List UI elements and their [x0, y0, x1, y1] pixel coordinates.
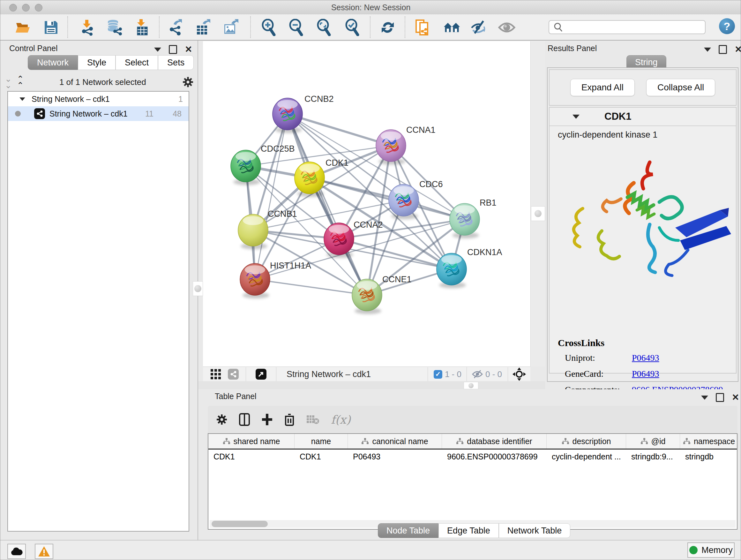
collapse-panel-icon[interactable] [701, 395, 708, 400]
crosslink-link[interactable]: P06493 [632, 353, 659, 363]
table-settings-gear-icon[interactable] [216, 414, 227, 425]
horizontal-splitter-handle[interactable] [464, 382, 478, 389]
node-CCNE1[interactable] [352, 279, 382, 314]
float-panel-icon[interactable] [169, 45, 177, 54]
column-header-namespace[interactable]: namespace [680, 434, 738, 449]
clone-network-button[interactable] [414, 19, 431, 36]
grid-view-icon[interactable] [210, 368, 221, 380]
update-data-button[interactable] [379, 19, 396, 36]
import-network-button[interactable] [78, 19, 96, 36]
node-CCNA1[interactable] [376, 130, 406, 165]
zoom-fit-button[interactable] [315, 19, 333, 36]
network-view-type-icon[interactable] [228, 369, 239, 380]
import-table-button[interactable] [134, 19, 151, 36]
first-neighbors-button[interactable] [443, 19, 461, 36]
network-canvas[interactable]: CCNB2CCNA1CDC25BCDK1CDC6RB1CCNB1CCNA2CDK… [203, 41, 530, 367]
zoom-out-button[interactable] [287, 19, 305, 36]
column-header-databaseidentifier[interactable]: database identifier [442, 434, 547, 449]
tab-select[interactable]: Select [116, 55, 158, 70]
import-network-from-database-button[interactable] [106, 19, 123, 36]
hide-selected-button[interactable] [470, 19, 488, 36]
float-panel-icon[interactable] [716, 393, 724, 402]
cell-id[interactable]: stringdb:9... [626, 449, 680, 463]
network-selection-status-row: ⌄⌄ ⌃⌃ 1 of 1 Network selected [5, 74, 194, 90]
zoom-in-button[interactable] [260, 19, 277, 36]
cell-description[interactable]: cyclin-dependent ... [547, 449, 626, 463]
close-panel-icon[interactable]: ✕ [735, 46, 741, 53]
warning-status-button[interactable] [35, 544, 53, 559]
node-CCNB1[interactable] [238, 214, 268, 249]
left-splitter-handle[interactable] [193, 281, 203, 296]
node-CDKN1A[interactable] [436, 253, 467, 288]
collapse-all-networks-icon[interactable]: ⌄⌄ [5, 76, 11, 88]
crosslink-link[interactable]: P06493 [632, 369, 659, 379]
node-CCNA2[interactable] [324, 223, 354, 258]
right-splitter-handle[interactable] [531, 206, 545, 221]
selected-checkbox-icon: ✓ [434, 370, 442, 379]
tab-sets[interactable]: Sets [158, 55, 194, 70]
birdseye-view-icon[interactable] [513, 368, 526, 381]
tab-edge-table[interactable]: Edge Table [439, 523, 499, 538]
gene-expander-icon[interactable] [572, 115, 580, 119]
cell-name[interactable]: CDK1 [294, 449, 348, 463]
node-label-CCNA2: CCNA2 [354, 220, 383, 230]
help-button[interactable]: ? [719, 18, 735, 34]
cloud-status-button[interactable] [7, 544, 26, 559]
tab-network-table[interactable]: Network Table [499, 523, 570, 538]
table-row[interactable]: CDK1CDK1P064939606.ENSP00000378699cyclin… [208, 449, 737, 463]
node-RB1[interactable] [450, 203, 480, 239]
open-session-button[interactable] [14, 19, 31, 36]
column-type-icon [641, 438, 648, 445]
control-panel-tabs: Network Style Select Sets [28, 55, 194, 70]
network-selected-status: 1 of 1 Network selected [23, 77, 182, 87]
collapse-all-button[interactable]: Collapse All [646, 79, 715, 96]
node-HIST1H1A[interactable] [240, 263, 270, 299]
delete-column-icon[interactable] [284, 413, 294, 426]
right-splitter[interactable] [530, 41, 546, 367]
cell-canonicalname[interactable]: P06493 [348, 449, 442, 463]
expand-all-networks-icon[interactable]: ⌃⌃ [17, 76, 23, 88]
expand-all-button[interactable]: Expand All [570, 79, 635, 96]
show-columns-icon[interactable] [239, 413, 250, 426]
add-column-icon[interactable] [261, 413, 273, 426]
cell-sharedname[interactable]: CDK1 [208, 449, 294, 463]
node-label-CDC25B: CDC25B [261, 144, 295, 153]
cell-databaseidentifier[interactable]: 9606.ENSP00000378699 [442, 449, 547, 463]
node-CDK1[interactable] [294, 162, 325, 197]
export-image-button[interactable] [223, 19, 240, 36]
scrollbar-thumb[interactable] [212, 521, 268, 527]
column-header-id[interactable]: @id [626, 434, 680, 449]
export-table-button[interactable] [195, 19, 212, 36]
warning-icon [38, 546, 51, 557]
network-collection-row[interactable]: String Network – cdk1 1 [8, 91, 189, 106]
node-label-CCNA1: CCNA1 [406, 125, 435, 135]
edge-CCNE1-HIST1H1A[interactable] [255, 279, 367, 295]
gear-icon[interactable] [182, 76, 194, 88]
tab-network[interactable]: Network [28, 55, 78, 70]
edge-CCNB2-HIST1H1A[interactable] [255, 114, 287, 279]
float-panel-icon[interactable] [719, 45, 727, 54]
column-header-sharedname[interactable]: shared name [208, 434, 294, 449]
column-header-canonicalname[interactable]: canonical name [348, 434, 442, 449]
column-header-name[interactable]: name [294, 434, 348, 449]
export-network-button[interactable] [167, 19, 184, 36]
zoom-selected-button[interactable] [344, 19, 361, 36]
search-input[interactable] [567, 22, 705, 32]
close-panel-icon[interactable]: ✕ [732, 394, 739, 401]
network-row[interactable]: String Network – cdk1 11 48 [8, 106, 189, 121]
show-all-button[interactable] [498, 19, 515, 36]
column-header-description[interactable]: description [547, 434, 626, 449]
gene-section-header[interactable]: CDK1 [549, 108, 736, 126]
node-CDC25B[interactable] [231, 150, 261, 185]
collection-expander-icon[interactable] [19, 98, 25, 101]
tab-style[interactable]: Style [78, 55, 116, 70]
tab-node-table[interactable]: Node Table [378, 523, 439, 538]
cell-namespace[interactable]: stringdb [680, 449, 738, 463]
memory-button[interactable]: Memory [687, 543, 735, 558]
save-session-button[interactable] [43, 19, 60, 36]
collapse-panel-icon[interactable] [154, 48, 161, 52]
detach-view-icon[interactable] [256, 369, 266, 380]
edge-CCNB2-CCNA1[interactable] [287, 114, 391, 145]
close-panel-icon[interactable]: ✕ [185, 46, 192, 53]
collapse-panel-icon[interactable] [704, 48, 711, 52]
